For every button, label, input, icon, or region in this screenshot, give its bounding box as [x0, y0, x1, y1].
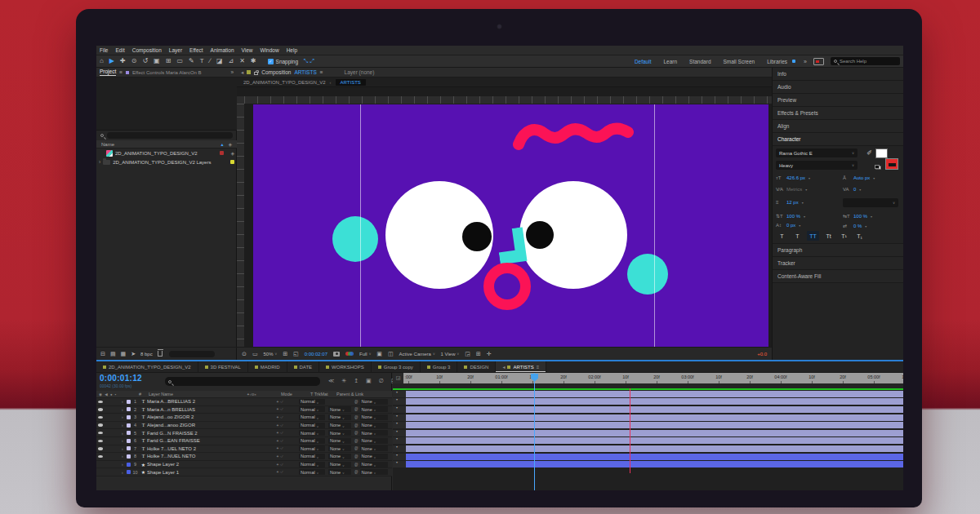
panel-header[interactable]: Info — [773, 68, 903, 81]
collapse-arrow-icon[interactable] — [393, 398, 406, 405]
track-row[interactable] — [393, 437, 903, 445]
collapse-arrow-icon[interactable] — [393, 414, 406, 421]
timeline-comp-tab[interactable]: DATE — [287, 361, 320, 372]
parent-dropdown[interactable]: None — [360, 462, 388, 467]
viewer-timecode[interactable]: 0:00:02:07 — [305, 352, 327, 357]
type-style-button[interactable]: T — [791, 231, 804, 241]
layer-switches[interactable] — [276, 431, 299, 435]
pickwhip-icon[interactable] — [354, 470, 359, 474]
type-style-button[interactable]: TT — [807, 231, 819, 241]
parent-dropdown[interactable]: None — [360, 414, 388, 420]
interpret-footage-icon[interactable]: ⊟ — [100, 351, 105, 357]
composition-canvas[interactable] — [253, 104, 768, 347]
parent-dropdown[interactable]: None — [360, 438, 388, 444]
layer-duration-bar[interactable] — [406, 398, 903, 405]
magnification-icon[interactable]: ▭ — [252, 351, 258, 357]
tool-icon[interactable]: ⊞ — [166, 58, 172, 64]
resolution-dropdown[interactable]: Full — [359, 352, 371, 357]
camera-dropdown[interactable]: Active Camera — [399, 352, 435, 357]
panel-header[interactable]: Content-Aware Fill — [773, 270, 903, 283]
exposure-value[interactable]: +0.0 — [757, 352, 767, 357]
snapping-checkbox[interactable] — [268, 59, 274, 64]
layer-switches[interactable] — [276, 423, 299, 428]
timeline-search[interactable] — [165, 377, 320, 386]
layer-duration-bar[interactable] — [406, 430, 903, 436]
layer-switches[interactable] — [276, 439, 299, 443]
pickwhip-icon[interactable] — [354, 415, 359, 419]
panel-menu-icon[interactable] — [320, 69, 323, 75]
back-arrow-icon[interactable] — [502, 364, 505, 370]
layer-name[interactable]: Maria A...n BRELLIAS — [147, 407, 276, 412]
project-item-composition[interactable]: 2D_ANIMATION_TYPO_DESIGN_V2 — [96, 148, 237, 157]
panel-header[interactable]: Preview — [773, 94, 903, 107]
workspace-item[interactable]: Learn — [663, 59, 677, 64]
menu-item[interactable]: Edit — [115, 47, 124, 53]
layer-name[interactable]: Maria A...BRELLIAS 2 — [147, 399, 276, 404]
project-flowchart-icon[interactable]: ➤ — [131, 351, 136, 357]
view-layout-value[interactable]: 1 View — [441, 352, 456, 357]
trkmat-dropdown[interactable]: None — [328, 406, 351, 412]
trkmat-dropdown[interactable]: None — [328, 469, 351, 475]
eye-icon[interactable] — [98, 440, 103, 443]
tool-icon[interactable]: ✚ — [120, 58, 126, 64]
workspace-item[interactable]: Default — [635, 59, 652, 64]
timeline-comp-tab[interactable]: 2D_ANIMATION_TYPO_DESIGN_V2 — [96, 361, 198, 372]
eye-icon[interactable] — [98, 455, 103, 459]
panel-header[interactable]: Audio — [773, 81, 903, 94]
menu-item[interactable]: Help — [287, 47, 297, 53]
tool-icon[interactable]: ▶ — [109, 58, 114, 64]
timeline-search-input[interactable] — [174, 379, 296, 384]
mode-dropdown[interactable]: Normal — [299, 454, 325, 459]
help-search[interactable] — [831, 57, 900, 65]
timeline-comp-tab[interactable]: WORKSHOPS — [319, 361, 372, 372]
tab-overflow-icon[interactable] — [230, 69, 234, 75]
new-folder-icon[interactable]: ▤ — [110, 351, 116, 357]
type-style-button[interactable]: T¹ — [838, 231, 850, 241]
menu-item[interactable]: View — [242, 47, 253, 53]
lock-icon[interactable] — [254, 72, 258, 75]
timeline-button-icon[interactable]: ✛ — [487, 351, 492, 357]
pickwhip-icon[interactable] — [354, 423, 359, 428]
creative-cloud-icon[interactable] — [813, 58, 824, 65]
layer-duration-bar[interactable] — [406, 461, 903, 467]
parent-dropdown[interactable]: None — [360, 454, 388, 459]
layer-name[interactable]: Shape Layer 2 — [147, 462, 276, 467]
mode-dropdown[interactable]: Normal — [299, 406, 325, 412]
delete-icon[interactable] — [158, 351, 163, 357]
layer-switches[interactable] — [276, 407, 299, 411]
layer-row[interactable]: 5 T Farid G...N FRAISSE 2 Normal None No… — [96, 429, 392, 437]
pixel-aspect-icon[interactable]: ◲ — [465, 351, 470, 357]
menu-item[interactable]: Animation — [211, 47, 234, 53]
tool-icon[interactable]: ✕ — [239, 58, 245, 64]
frame-blending-icon[interactable]: ▣ — [366, 378, 372, 384]
layer-row[interactable]: 10 ★ Shape Layer 1 Normal None None — [96, 468, 392, 476]
marker-line[interactable] — [630, 388, 630, 473]
layer-name[interactable]: Alejand...anoo ZIGOR — [147, 423, 276, 428]
font-family-dropdown[interactable]: Rama Gothic E — [776, 148, 858, 157]
menu-item[interactable]: File — [100, 47, 108, 53]
tab-project[interactable]: Project — [100, 69, 116, 76]
mode-dropdown[interactable]: Normal — [299, 445, 325, 451]
menu-item[interactable]: Effect — [189, 47, 203, 53]
tool-icon[interactable]: ▣ — [154, 58, 160, 64]
comp-marker-bin-icon[interactable] — [393, 373, 403, 383]
layer-row[interactable]: 2 T Maria A...n BRELLIAS Normal None Non… — [96, 406, 392, 414]
track-row[interactable] — [393, 460, 903, 468]
type-style-button[interactable]: T₁ — [853, 231, 866, 241]
collapse-arrow-icon[interactable] — [393, 406, 406, 413]
project-item-name[interactable]: 2D_ANIMATION_TYPO_DESIGN_V2 Layers — [113, 160, 228, 165]
baseline-shift-control[interactable]: A↕ 0 px — [776, 223, 800, 228]
twirl-arrow[interactable] — [99, 159, 100, 165]
horizontal-scale-control[interactable]: ⇆T 100 % — [843, 213, 872, 219]
mode-dropdown[interactable]: Normal — [299, 469, 325, 475]
pickwhip-icon[interactable] — [354, 454, 359, 459]
mode-dropdown[interactable]: Normal — [299, 423, 325, 428]
fast-previews-icon[interactable]: ▣ — [376, 351, 382, 357]
eyedropper-icon[interactable] — [866, 149, 872, 157]
channel-icon[interactable] — [345, 352, 354, 357]
snapping-expand-icons[interactable] — [304, 58, 314, 64]
tool-icon[interactable]: ↺ — [142, 58, 148, 64]
view-layout-dropdown[interactable]: 1 View — [441, 352, 460, 357]
trkmat-dropdown[interactable]: None — [328, 423, 351, 428]
trkmat-dropdown[interactable]: None — [328, 438, 351, 444]
